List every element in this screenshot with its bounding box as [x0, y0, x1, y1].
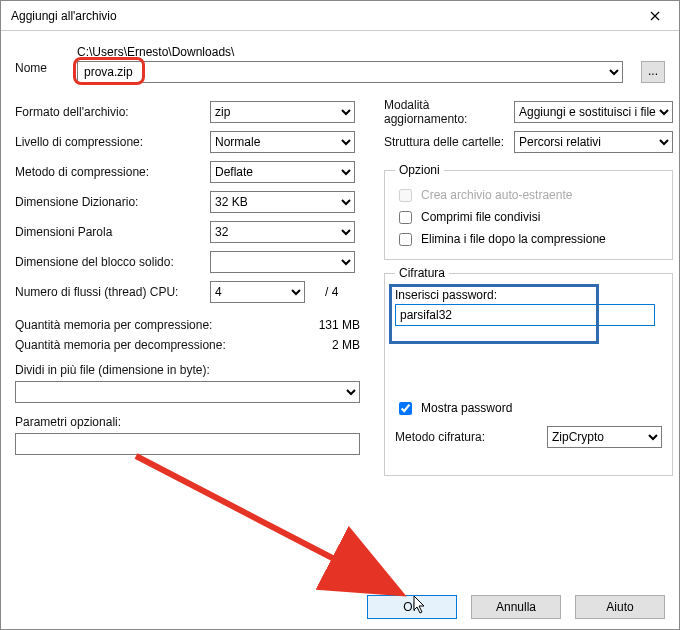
level-select[interactable]: Normale — [210, 131, 355, 153]
paths-label: Struttura delle cartelle: — [384, 135, 514, 149]
split-select[interactable] — [15, 381, 360, 403]
threads-max: / 4 — [325, 285, 338, 299]
paths-select[interactable]: Percorsi relativi — [514, 131, 673, 153]
content-area: Nome C:\Users\Ernesto\Downloads\ prova.z… — [1, 31, 679, 579]
encryption-fieldset: Cifratura Inserisci password: Mostra pas… — [384, 266, 673, 476]
level-label: Livello di compressione: — [15, 135, 210, 149]
titlebar: Aggiungi all'archivio — [1, 1, 679, 31]
sfx-checkbox — [399, 189, 412, 202]
mem-comp-label: Quantità memoria per compressione: — [15, 318, 305, 332]
solid-select[interactable] — [210, 251, 355, 273]
word-select[interactable]: 32 — [210, 221, 355, 243]
split-label: Dividi in più file (dimensione in byte): — [15, 363, 360, 377]
close-icon — [650, 11, 660, 21]
password-label: Inserisci password: — [395, 288, 662, 302]
browse-button[interactable]: ... — [641, 61, 665, 83]
method-select[interactable]: Deflate — [210, 161, 355, 183]
dialog-window: Aggiungi all'archivio Nome C:\Users\Erne… — [0, 0, 680, 630]
threads-select[interactable]: 4 — [210, 281, 305, 303]
solid-label: Dimensione del blocco solido: — [15, 255, 210, 269]
encryption-legend: Cifratura — [395, 266, 449, 280]
show-password-label: Mostra password — [421, 401, 512, 415]
threads-label: Numero di flussi (thread) CPU: — [15, 285, 210, 299]
ok-button[interactable]: OK — [367, 595, 457, 619]
mem-decomp-label: Quantità memoria per decompressione: — [15, 338, 305, 352]
format-label: Formato dell'archivio: — [15, 105, 210, 119]
show-password-checkbox[interactable] — [399, 402, 412, 415]
enc-method-select[interactable]: ZipCrypto — [547, 426, 662, 448]
name-label: Nome — [15, 45, 77, 75]
dict-label: Dimensione Dizionario: — [15, 195, 210, 209]
footer: OK Annulla Aiuto — [367, 595, 665, 619]
params-label: Parametri opzionali: — [15, 415, 360, 429]
dict-select[interactable]: 32 KB — [210, 191, 355, 213]
close-button[interactable] — [635, 3, 675, 29]
params-input[interactable] — [15, 433, 360, 455]
options-legend: Opzioni — [395, 163, 444, 177]
options-fieldset: Opzioni Crea archivio auto-estraente Com… — [384, 163, 673, 260]
window-title: Aggiungi all'archivio — [11, 9, 117, 23]
enc-method-label: Metodo cifratura: — [395, 430, 547, 444]
word-label: Dimensioni Parola — [15, 225, 210, 239]
shared-checkbox[interactable] — [399, 211, 412, 224]
delete-checkbox[interactable] — [399, 233, 412, 246]
help-button[interactable]: Aiuto — [575, 595, 665, 619]
sfx-label: Crea archivio auto-estraente — [421, 188, 572, 202]
archive-name-input[interactable]: prova.zip — [77, 61, 623, 83]
delete-label: Elimina i file dopo la compressione — [421, 232, 606, 246]
shared-label: Comprimi file condivisi — [421, 210, 540, 224]
mem-comp-value: 131 MB — [305, 318, 360, 332]
update-label: Modalità aggiornamento: — [384, 98, 514, 126]
format-select[interactable]: zip — [210, 101, 355, 123]
cancel-button[interactable]: Annulla — [471, 595, 561, 619]
password-input[interactable] — [395, 304, 655, 326]
method-label: Metodo di compressione: — [15, 165, 210, 179]
archive-path: C:\Users\Ernesto\Downloads\ — [77, 45, 665, 59]
update-select[interactable]: Aggiungi e sostituisci i file — [514, 101, 673, 123]
mem-decomp-value: 2 MB — [305, 338, 360, 352]
